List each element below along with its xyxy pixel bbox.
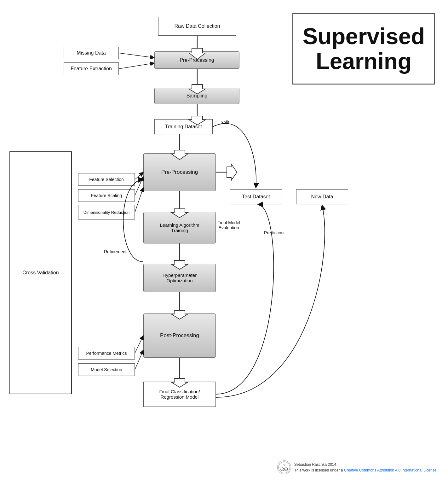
- svg-line-25: [135, 336, 143, 353]
- model-selection-box: Model Selection: [78, 363, 135, 376]
- learning-algo-box: Learning Algorithm Training: [143, 212, 216, 243]
- feature-extraction-box: Feature Extraction: [64, 62, 119, 75]
- title-box: Supervised Learning: [292, 13, 435, 85]
- cc-icon: cc c c: [277, 460, 291, 474]
- svg-line-26: [135, 350, 143, 370]
- post-processing-box: Post-Processing: [143, 313, 216, 358]
- title-text: Supervised Learning: [296, 24, 431, 74]
- sampling-box: Sampling: [154, 88, 239, 104]
- raw-data-box: Raw Data Collection: [158, 17, 236, 36]
- final-model-eval-label: Final Model Evaluation: [217, 220, 240, 230]
- prediction-label: Prediction: [264, 230, 284, 235]
- svg-line-20: [119, 53, 154, 58]
- split-label: Split: [221, 120, 229, 125]
- hyperparameter-box: Hyperparameter Optimization: [143, 264, 216, 292]
- test-dataset-box: Test Dataset: [230, 189, 282, 204]
- author-text: Sebastian Raschka 2014: [294, 462, 439, 467]
- footer: cc c c Sebastian Raschka 2014 This work …: [277, 460, 439, 474]
- feature-scaling-box: Feature Scaling: [78, 189, 135, 202]
- diagram-container: Supervised Learning Raw Data Collection …: [0, 0, 448, 480]
- svg-line-21: [119, 63, 154, 69]
- feature-selection-box: Feature Selection: [78, 173, 135, 186]
- license-suffix: .: [438, 468, 439, 472]
- svg-marker-19: [227, 164, 237, 180]
- new-data-box: New Data: [296, 189, 348, 204]
- footer-text: Sebastian Raschka 2014 This work is lice…: [294, 462, 439, 473]
- training-dataset-box: Training Dataset: [154, 119, 213, 134]
- svg-line-24: [135, 188, 143, 212]
- svg-line-23: [135, 177, 143, 196]
- refinement-label: Refinement: [104, 249, 127, 254]
- license-line: This work is licensed under a Creative C…: [294, 467, 439, 473]
- performance-metrics-box: Performance Metrics: [78, 347, 135, 360]
- cross-validation-box: Cross Validation: [9, 151, 72, 394]
- pre-processing-mid-box: Pre-Processing: [143, 153, 216, 191]
- dim-reduction-box: Dimensionality Reduction: [78, 205, 135, 220]
- final-classification-box: Final Classification/ Regression Model: [143, 382, 216, 407]
- svg-text:cc: cc: [283, 464, 286, 467]
- license-text: This work is licensed under a: [294, 468, 344, 472]
- pre-processing-top-box: Pre-Processing: [154, 51, 239, 69]
- svg-text:c: c: [285, 468, 287, 470]
- missing-data-box: Missing Data: [64, 47, 119, 59]
- license-link[interactable]: Creative Commons Attribution 4.0 Interna…: [344, 468, 437, 472]
- svg-line-22: [135, 172, 143, 179]
- svg-text:c: c: [282, 468, 283, 470]
